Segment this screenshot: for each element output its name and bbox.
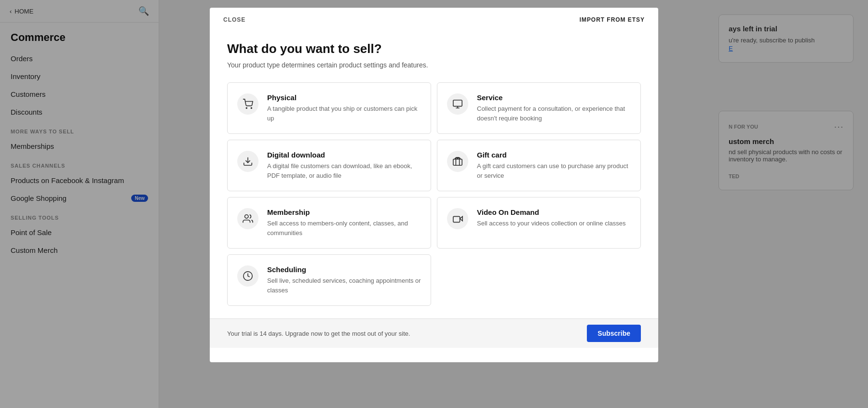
product-card-service[interactable]: Service Collect payment for a consultati… xyxy=(437,82,641,134)
modal-footer: Your trial is 14 days. Upgrade now to ge… xyxy=(210,318,658,348)
modal-subtitle: Your product type determines certain pro… xyxy=(227,61,641,69)
vod-name: Video On Demand xyxy=(477,208,626,216)
gift-icon xyxy=(452,156,463,167)
physical-info: Physical A tangible product that you shi… xyxy=(267,93,421,123)
modal-import-button[interactable]: IMPORT FROM ETSY xyxy=(580,16,645,23)
svg-point-0 xyxy=(246,107,247,108)
product-grid: Physical A tangible product that you shi… xyxy=(227,82,641,306)
vod-desc: Sell access to your videos collection or… xyxy=(477,219,626,228)
download-icon xyxy=(243,156,253,167)
product-card-giftcard[interactable]: Gift card A gift card customers can use … xyxy=(437,140,641,191)
scheduling-info: Scheduling Sell live, scheduled services… xyxy=(267,265,421,295)
svg-point-1 xyxy=(251,107,252,108)
digital-name: Digital download xyxy=(267,151,421,159)
svg-rect-2 xyxy=(453,100,462,106)
modal-close-button[interactable]: CLOSE xyxy=(223,16,245,23)
membership-name: Membership xyxy=(267,208,421,216)
giftcard-name: Gift card xyxy=(477,151,631,159)
download-icon-wrap xyxy=(237,151,258,172)
product-card-physical[interactable]: Physical A tangible product that you shi… xyxy=(227,82,431,134)
product-card-scheduling[interactable]: Scheduling Sell live, scheduled services… xyxy=(227,254,431,306)
membership-desc: Sell access to members-only content, cla… xyxy=(267,219,421,237)
modal-body: What do you want to sell? Your product t… xyxy=(210,32,658,311)
cart-icon xyxy=(243,99,253,109)
modal-header: CLOSE IMPORT FROM ETSY xyxy=(210,8,658,32)
product-card-digital[interactable]: Digital download A digital file customer… xyxy=(227,140,431,191)
physical-name: Physical xyxy=(267,93,421,102)
service-name: Service xyxy=(477,93,631,102)
digital-info: Digital download A digital file customer… xyxy=(267,151,421,180)
membership-icon-wrap xyxy=(237,208,258,229)
video-icon xyxy=(452,213,463,224)
membership-info: Membership Sell access to members-only c… xyxy=(267,208,421,237)
scheduling-desc: Sell live, scheduled services, coaching … xyxy=(267,276,421,295)
svg-rect-6 xyxy=(453,159,462,165)
service-icon-wrap xyxy=(447,93,468,115)
clock-icon xyxy=(243,271,253,281)
service-icon xyxy=(452,99,463,109)
digital-desc: A digital file customers can download, l… xyxy=(267,161,421,180)
service-info: Service Collect payment for a consultati… xyxy=(477,93,631,123)
modal-title: What do you want to sell? xyxy=(227,41,641,56)
service-desc: Collect payment for a consultation, or e… xyxy=(477,104,631,123)
cart-icon-wrap xyxy=(237,93,258,115)
scheduling-name: Scheduling xyxy=(267,265,421,274)
vod-info: Video On Demand Sell access to your vide… xyxy=(477,208,626,228)
video-icon-wrap xyxy=(447,208,468,229)
membership-icon xyxy=(243,213,253,224)
product-card-membership[interactable]: Membership Sell access to members-only c… xyxy=(227,197,431,249)
svg-rect-8 xyxy=(453,216,460,222)
svg-point-7 xyxy=(245,215,248,218)
physical-desc: A tangible product that you ship or cust… xyxy=(267,104,421,123)
modal: CLOSE IMPORT FROM ETSY What do you want … xyxy=(210,8,658,362)
gift-icon-wrap xyxy=(447,151,468,172)
giftcard-desc: A gift card customers can use to purchas… xyxy=(477,161,631,180)
clock-icon-wrap xyxy=(237,265,258,287)
giftcard-info: Gift card A gift card customers can use … xyxy=(477,151,631,180)
subscribe-button[interactable]: Subscribe xyxy=(587,325,641,342)
bottom-hint-text: Your trial is 14 days. Upgrade now to ge… xyxy=(227,330,410,337)
product-card-vod[interactable]: Video On Demand Sell access to your vide… xyxy=(437,197,641,249)
